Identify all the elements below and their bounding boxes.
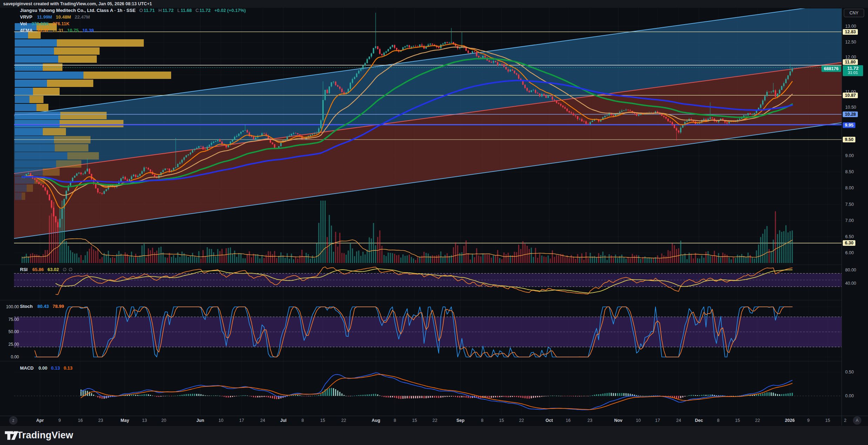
tradingview-wordmark[interactable]: TradingView [17,430,73,441]
stoch-pane [14,307,842,357]
stoch-label: Stoch [20,304,33,309]
timezone-button[interactable]: z [9,416,18,425]
close-value: 11.72 [200,8,211,13]
symbol-title[interactable]: Jiangsu Yahong Meditech Co., Ltd. Class … [20,8,136,13]
vol-value-1: 372.02K [32,21,49,26]
footer-bar: TradingView [0,426,868,445]
currency-button[interactable]: CNY [844,9,864,17]
macd-value-2: 0.13 [51,365,60,371]
ema-legend[interactable]: 4EMA 11.57 11.31 10.75 10.39 [20,27,96,34]
rsi-value-3: ∅ [63,267,67,272]
ema-label: 4EMA [20,28,33,33]
macd-value-1: 0.00 [39,365,47,371]
open-value: 11.71 [143,8,155,13]
rsi-label: RSI [20,267,28,272]
last-price-value: 11.72 [843,66,863,70]
open-label: O [139,8,143,13]
ema-value-3: 10.75 [67,28,79,33]
rsi-value-2: 63.02 [47,267,59,272]
price-pane [14,3,842,263]
macd-legend[interactable]: MACD 0.00 0.13 0.13 [20,365,75,371]
autoscale-button[interactable]: A [853,416,861,425]
close-label: C [195,8,199,13]
rsi-value-1: 65.86 [32,267,44,272]
rsi-pane [14,267,842,295]
ema-value-4: 10.39 [82,28,94,33]
tradingview-logo-icon[interactable] [5,430,19,441]
tradingview-chart-page: savepiginvest created with TradingView.c… [0,0,868,445]
rsi-value-4: ∅ [69,267,73,272]
macd-value-3: 0.13 [64,365,73,371]
vrvp-value-3: 22.47M [75,14,90,20]
ticker-price-label: 688176 [821,66,841,72]
vrvp-legend[interactable]: VRVP 11.99M 10.48M 22.47M [20,14,92,20]
stoch-value-1: 80.43 [38,304,49,309]
last-price-label: 11.72 31:01 [843,65,863,76]
volume-legend[interactable]: Vol 372.02K 376.11K [20,20,72,27]
macd-label: MACD [20,365,34,371]
ema-value-1: 11.57 [38,28,49,33]
low-label: L [177,8,180,13]
vrvp-value-1: 11.99M [37,14,52,20]
vol-label: Vol [20,21,27,26]
bar-countdown: 31:01 [843,70,863,75]
chart-canvas[interactable] [0,0,868,445]
high-value: 11.72 [162,8,174,13]
change-value: +0.02 (+0.17%) [214,8,246,13]
stoch-value-2: 78.99 [53,304,64,309]
vol-value-2: 376.11K [53,21,69,26]
symbol-legend: Jiangsu Yahong Meditech Co., Ltd. Class … [20,7,248,14]
high-label: H [159,8,162,13]
stoch-legend[interactable]: Stoch 80.43 78.99 [20,303,66,310]
rsi-legend[interactable]: RSI 65.86 63.02 ∅ ∅ [20,266,73,273]
vrvp-value-2: 10.48M [56,14,71,20]
low-value: 11.68 [181,8,192,13]
macd-pane [14,372,842,410]
time-label-last: 2 [844,418,847,423]
vrvp-label: VRVP [20,14,32,20]
ema-value-2: 11.31 [52,28,63,33]
